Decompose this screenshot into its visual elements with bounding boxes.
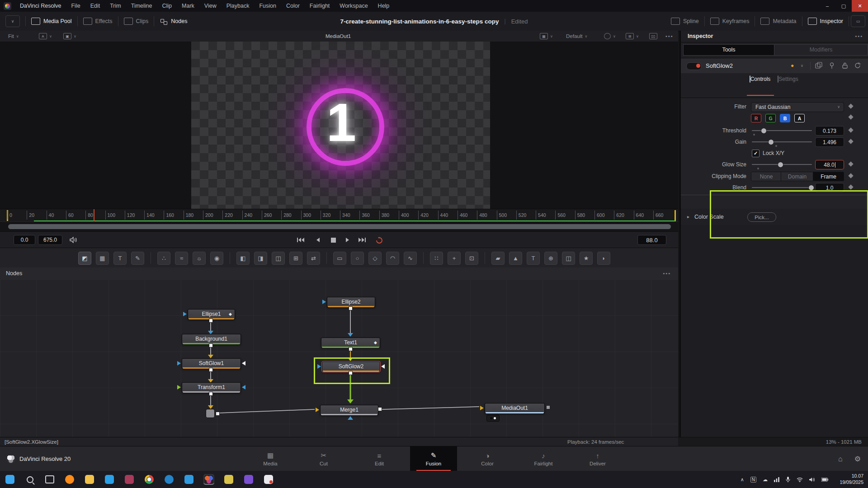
chevron-down-icon[interactable]: ∨ [801,58,803,73]
lut-dropdown[interactable]: Default ∨ [566,31,587,42]
nodes-options-menu[interactable]: ••• [663,267,671,279]
input-triangle[interactable] [480,406,484,410]
range-end-marker[interactable] [675,210,676,221]
node-enable-toggle[interactable] [686,62,702,70]
tool-ellipse-mask-icon[interactable]: ○ [351,252,364,265]
volume-icon[interactable] [809,477,815,482]
close-icon[interactable]: ✕ [852,0,868,12]
vscode-taskbar-icon[interactable] [184,474,194,485]
page-tab-deliver[interactable]: ↑Deliver [574,446,621,471]
mask-input-triangle[interactable] [381,364,385,369]
tool-particle-emitter-icon[interactable]: ∷ [430,252,443,265]
tool-merge-3d-icon[interactable]: ⊕ [544,252,557,265]
stop-icon[interactable] [327,235,339,244]
threshold-slider[interactable] [752,130,812,131]
media-player-taskbar-icon[interactable] [263,474,274,485]
firefox-taskbar-icon[interactable] [64,474,75,485]
menu-item-workspace[interactable]: Workspace [335,3,373,9]
tool-dissolve-icon[interactable]: ◫ [272,252,285,265]
tool-rectangle-mask-icon[interactable]: ▭ [333,252,346,265]
output-port[interactable] [349,347,353,351]
play-icon[interactable] [342,235,354,244]
keyframe-diamond-icon[interactable] [848,184,853,189]
playhead[interactable] [94,209,94,222]
node-mediaout1[interactable]: MediaOut1 [485,403,545,413]
subtab-settings[interactable]: Settings [772,76,804,82]
tool-merge-alt-icon[interactable]: ◨ [254,252,267,265]
node-merge1[interactable]: Merge1 [320,405,378,415]
input-triangle[interactable] [177,361,181,366]
menu-item-color[interactable]: Color [281,3,305,9]
input-triangle[interactable] [183,312,187,316]
keyframe-diamond-icon[interactable] [848,127,853,132]
media-pool-button[interactable]: Media Pool [26,18,77,25]
proxy-dropdown[interactable]: ▦ ∨ [540,31,553,42]
node-ellipse1[interactable]: Ellipse1 ◆ [188,309,235,319]
minimize-icon[interactable]: – [819,0,835,12]
node-text1[interactable]: Text1 ◆ [321,338,380,348]
mask-input-triangle[interactable] [242,361,245,366]
split-view-icon[interactable]: ▯▯ [649,31,657,42]
node-transform1[interactable]: Transform1 [182,382,241,393]
tool-polygon-mask-icon[interactable]: ◇ [368,252,382,265]
current-frame-field[interactable]: 88.0 [637,235,666,245]
clipping-none-button[interactable]: None [751,172,782,181]
battery-icon[interactable] [821,478,828,482]
menu-item-help[interactable]: Help [373,3,395,9]
tool-renderer-3d-icon[interactable]: ◗ [597,252,610,265]
loop-icon[interactable] [373,235,385,244]
menu-item-mark[interactable]: Mark [177,3,199,9]
filter-dropdown[interactable]: Fast Gaussian ∨ [751,102,844,112]
menu-item-view[interactable]: View [199,3,222,9]
tool-camera-3d-icon[interactable]: ◫ [562,252,575,265]
buffer-dropdown[interactable]: A ∨ [39,31,52,42]
output-port[interactable] [209,343,213,347]
input-triangle[interactable] [316,408,319,412]
channels-dropdown[interactable]: ∨ [604,31,616,42]
page-tab-edit[interactable]: ≡Edit [356,446,403,471]
horizontal-scrollbar[interactable] [8,224,671,229]
capture-taskbar-icon[interactable] [243,474,254,485]
page-tab-fairlight[interactable]: ♪Fairlight [520,446,567,471]
keyframe-diamond-icon[interactable] [848,139,853,144]
maximize-icon[interactable]: ▢ [835,0,852,12]
tool-fast-noise-icon[interactable]: ▦ [96,252,109,265]
effects-button[interactable]: Effects [78,18,118,25]
tool-matte-control-icon[interactable]: ⊞ [289,252,302,265]
input-triangle[interactable] [322,300,326,304]
page-tab-cut[interactable]: ✂Cut [300,446,347,471]
tool-image-plane-3d-icon[interactable]: ▰ [491,252,505,265]
taskbar-clock[interactable]: 10.07 19/09/2025 [830,473,863,485]
tool-merge-icon[interactable]: ◧ [236,252,250,265]
grid-dropdown[interactable]: ⊞ ∨ [626,31,639,42]
task-view-taskbar-icon[interactable] [44,474,55,485]
mask-input-triangle[interactable] [348,416,353,420]
inspector-button[interactable]: Inspector [802,18,849,25]
davinci-resolve-taskbar-icon[interactable] [203,474,214,485]
inspector-options-menu[interactable]: ••• [855,31,863,42]
mail-taskbar-icon[interactable] [104,474,115,485]
channel-g-button[interactable]: G [765,114,776,122]
gain-value-field[interactable]: 1.496 [815,137,844,147]
node-softglow2[interactable]: SoftGlow2 [322,361,380,372]
pin-icon[interactable] [828,62,836,70]
tool-transform-icon[interactable]: ⇄ [307,252,320,265]
glow-size-value-field[interactable]: 48.0 [815,160,844,169]
blend-value-field[interactable]: 1.0 [815,183,844,192]
tool-duplicate-icon[interactable]: ∴ [157,252,170,265]
viewer-zoom-dropdown[interactable]: Fit ∨ [8,31,19,42]
edge-taskbar-icon[interactable] [164,474,175,485]
threshold-value-field[interactable]: 0.173 [815,126,844,136]
app-logo-icon[interactable] [4,2,11,10]
timeline-ruler[interactable]: 0204060801001201401601802002202402602803… [0,209,678,222]
menu-item-file[interactable]: File [66,3,85,9]
menu-item-clip[interactable]: Clip [157,3,177,9]
node-background1[interactable]: Background1 [182,334,241,344]
mask-input-triangle[interactable] [242,385,245,389]
menu-item-timeline[interactable]: Timeline [126,3,157,9]
tool-color-icon[interactable]: ◉ [210,252,223,265]
page-tab-media[interactable]: ▦Media [247,446,294,471]
tool-text-3d-icon[interactable]: T [527,252,540,265]
output-port[interactable] [378,407,382,411]
view-mode-dropdown[interactable]: ▣ ∨ [63,31,76,42]
